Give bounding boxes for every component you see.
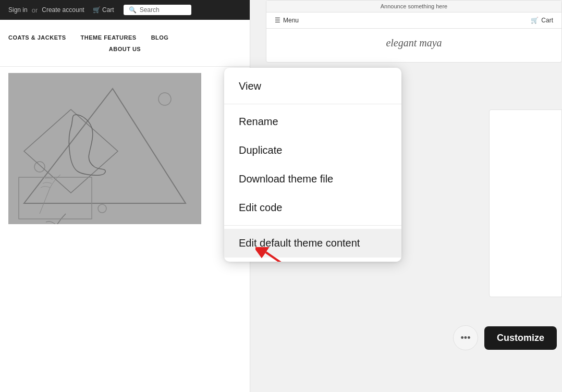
announce-bar: Announce something here <box>266 1 561 13</box>
cart-icon: 🛒 <box>531 17 539 24</box>
dropdown-item-edit-default[interactable]: Edit default theme content <box>224 229 401 258</box>
store-product-image <box>8 73 201 224</box>
preview-header: ☰ Menu 🛒 Cart <box>266 13 561 29</box>
store-header: Sign in or Create account 🛒 Cart 🔍 Searc… <box>0 0 250 20</box>
nav-row-1: COATS & JACKETS THEME FEATURES BLOG <box>8 34 241 41</box>
customize-button[interactable]: Customize <box>484 326 557 350</box>
sign-in-link[interactable]: Sign in <box>8 6 28 14</box>
nav-link-blog[interactable]: BLOG <box>151 34 169 41</box>
cart-link[interactable]: 🛒 Cart <box>93 6 114 14</box>
create-account-link[interactable]: Create account <box>42 6 84 14</box>
dropdown-item-duplicate[interactable]: Duplicate <box>224 136 401 165</box>
store-nav: COATS & JACKETS THEME FEATURES BLOG ABOU… <box>0 20 250 67</box>
preview-cart: 🛒 Cart <box>531 17 553 24</box>
preview-menu: ☰ Menu <box>275 17 299 24</box>
search-icon: 🔍 <box>129 6 137 14</box>
search-box[interactable]: 🔍 Search <box>124 5 191 15</box>
dropdown-menu: View Rename Duplicate Download theme fil… <box>224 68 401 262</box>
divider-2 <box>224 225 401 226</box>
header-separator: or <box>32 6 38 14</box>
more-button[interactable]: ••• <box>453 325 478 350</box>
dropdown-item-rename[interactable]: Rename <box>224 107 401 136</box>
dropdown-item-view[interactable]: View <box>224 72 401 101</box>
bottom-toolbar: ••• Customize <box>453 325 557 350</box>
search-placeholder: Search <box>140 6 160 14</box>
dropdown-container: View Rename Duplicate Download theme fil… <box>224 68 401 262</box>
nav-row-2: ABOUT US <box>8 46 241 52</box>
right-card <box>489 109 562 297</box>
theme-preview: Announce something here ☰ Menu 🛒 Cart el… <box>266 0 562 63</box>
cart-label: Cart <box>541 17 553 24</box>
nav-link-about[interactable]: ABOUT US <box>109 46 141 52</box>
store-name: elegant maya <box>266 29 561 57</box>
menu-label: Menu <box>283 17 299 24</box>
store-background: Sign in or Create account 🛒 Cart 🔍 Searc… <box>0 0 250 392</box>
divider-1 <box>224 104 401 104</box>
dropdown-item-edit-code[interactable]: Edit code <box>224 193 401 222</box>
nav-link-coats[interactable]: COATS & JACKETS <box>8 34 66 41</box>
dropdown-item-download[interactable]: Download theme file <box>224 165 401 193</box>
hamburger-icon: ☰ <box>275 17 280 24</box>
nav-link-theme[interactable]: THEME FEATURES <box>81 34 137 41</box>
svg-rect-0 <box>8 73 201 224</box>
